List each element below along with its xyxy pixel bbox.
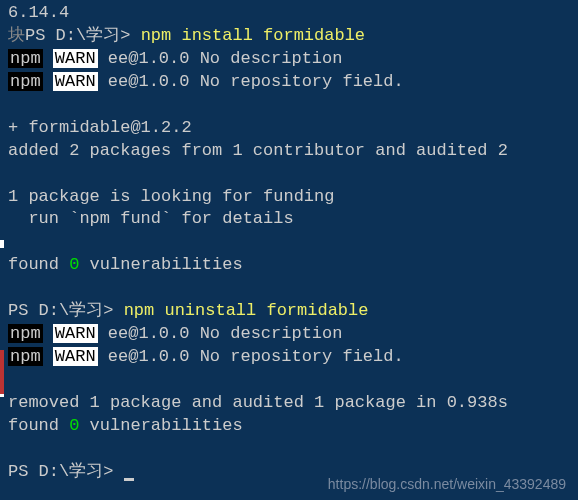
vuln-line-1: found 0 vulnerabilities (8, 254, 570, 277)
warn-line-1: npm WARN ee@1.0.0 No description (8, 48, 570, 71)
npm-label: npm (8, 324, 43, 343)
warn-text: ee@1.0.0 No description (98, 324, 343, 343)
warn-badge: WARN (53, 49, 98, 68)
vuln-suffix: vulnerabilities (79, 255, 242, 274)
found-text: found (8, 416, 69, 435)
warn-line-2: npm WARN ee@1.0.0 No repository field. (8, 71, 570, 94)
cursor (124, 478, 134, 481)
funding-line-2: run `npm fund` for details (8, 208, 570, 231)
sidebar-white-dot (0, 240, 4, 248)
added-line: added 2 packages from 1 contributor and … (8, 140, 570, 163)
version-line: 6.14.4 (8, 2, 570, 25)
blank-line (8, 369, 570, 392)
truncated-text: 块 (8, 26, 25, 45)
blank-line (8, 94, 570, 117)
warn-text: ee@1.0.0 No description (98, 49, 343, 68)
command-text: npm install formidable (141, 26, 365, 45)
prompt-line-1: 块PS D:\学习> npm install formidable (8, 25, 570, 48)
sidebar-white-indicator (0, 394, 4, 397)
vuln-count: 0 (69, 416, 79, 435)
warn-line-3: npm WARN ee@1.0.0 No description (8, 323, 570, 346)
watermark-text: https://blog.csdn.net/weixin_43392489 (328, 475, 566, 494)
warn-badge: WARN (53, 347, 98, 366)
command-text: npm uninstall formidable (124, 301, 369, 320)
warn-text: ee@1.0.0 No repository field. (98, 347, 404, 366)
blank-line (8, 438, 570, 461)
blank-line (8, 163, 570, 186)
warn-badge: WARN (53, 72, 98, 91)
vuln-count: 0 (69, 255, 79, 274)
prompt-path: PS D:\学习> (8, 301, 124, 320)
warn-badge: WARN (53, 324, 98, 343)
prompt-line-2: PS D:\学习> npm uninstall formidable (8, 300, 570, 323)
blank-line (8, 277, 570, 300)
found-text: found (8, 255, 69, 274)
npm-label: npm (8, 347, 43, 366)
prompt-path: PS D:\学习> (8, 462, 124, 481)
warn-line-4: npm WARN ee@1.0.0 No repository field. (8, 346, 570, 369)
npm-label: npm (8, 49, 43, 68)
vuln-suffix: vulnerabilities (79, 416, 242, 435)
sidebar-red-indicator (0, 350, 4, 394)
installed-line: + formidable@1.2.2 (8, 117, 570, 140)
prompt-path: PS D:\学习> (25, 26, 141, 45)
npm-label: npm (8, 72, 43, 91)
funding-line-1: 1 package is looking for funding (8, 186, 570, 209)
blank-line (8, 231, 570, 254)
warn-text: ee@1.0.0 No repository field. (98, 72, 404, 91)
removed-line: removed 1 package and audited 1 package … (8, 392, 570, 415)
vuln-line-2: found 0 vulnerabilities (8, 415, 570, 438)
